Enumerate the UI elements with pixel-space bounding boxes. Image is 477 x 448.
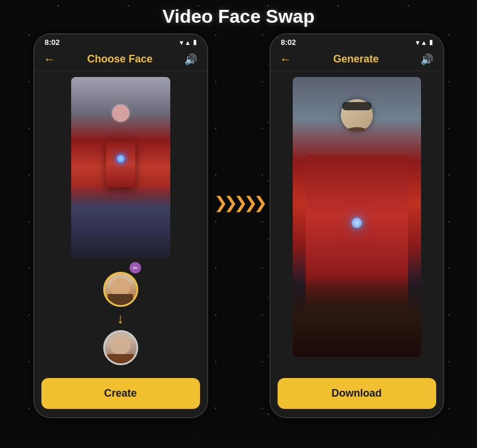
battery-icon: ▮ xyxy=(193,38,197,46)
edit-badge[interactable]: ✏ xyxy=(129,262,141,274)
right-battery-icon: ▮ xyxy=(429,38,433,46)
right-status-icons: ▼▲ ▮ xyxy=(415,38,433,46)
right-phone-bottom: Download xyxy=(271,372,443,417)
chevrons-right-icon: ❯❯❯❯❯ xyxy=(214,193,264,212)
download-button[interactable]: Download xyxy=(278,378,436,409)
down-arrow-icon: ↓ xyxy=(117,312,124,326)
left-phone-content: ✏ ↓ xyxy=(34,71,207,372)
messi-face xyxy=(105,274,136,305)
crowd-background xyxy=(293,273,421,357)
left-phone-bottom: Create xyxy=(34,372,207,417)
between-arrow: ❯❯❯❯❯ xyxy=(214,193,264,212)
edit-icon: ✏ xyxy=(133,265,138,271)
right-phone-content xyxy=(271,71,443,372)
right-header-title: Generate xyxy=(333,53,378,65)
right-back-button[interactable]: ← xyxy=(280,52,292,66)
beard xyxy=(348,127,366,132)
chest-glow-left xyxy=(117,155,125,163)
right-iron-man-image xyxy=(293,77,421,357)
left-header-title: Choose Face xyxy=(87,53,152,65)
right-phone: 8:02 ▼▲ ▮ ← Generate 🔊 xyxy=(269,33,444,418)
right-video-preview xyxy=(293,77,421,357)
create-button[interactable]: Create xyxy=(41,378,200,409)
right-header: ← Generate 🔊 xyxy=(271,49,443,71)
face-result xyxy=(103,330,138,365)
phones-container: 8:02 ▼▲ ▮ ← Choose Face 🔊 xyxy=(33,33,444,418)
left-video-preview xyxy=(71,77,170,258)
face-source[interactable] xyxy=(103,272,138,307)
left-header: ← Choose Face 🔊 xyxy=(34,49,207,71)
right-signal-icon: ▼▲ xyxy=(415,39,427,46)
face-source-wrapper: ✏ xyxy=(103,265,138,307)
left-iron-man-image xyxy=(71,77,170,258)
chest-glow-right xyxy=(352,218,362,228)
right-speaker-icon[interactable]: 🔊 xyxy=(420,53,433,66)
left-status-bar: 8:02 ▼▲ ▮ xyxy=(34,34,207,49)
left-phone: 8:02 ▼▲ ▮ ← Choose Face 🔊 xyxy=(33,33,208,418)
left-back-button[interactable]: ← xyxy=(44,52,55,66)
street-background xyxy=(71,186,170,258)
swapped-face xyxy=(105,332,136,363)
right-time: 8:02 xyxy=(281,38,296,47)
page-title: Video Face Swap xyxy=(163,6,315,27)
left-status-icons: ▼▲ ▮ xyxy=(178,38,197,46)
right-status-bar: 8:02 ▼▲ ▮ xyxy=(271,34,443,49)
signal-icon: ▼▲ xyxy=(178,39,191,46)
sunglasses xyxy=(342,102,371,110)
left-time: 8:02 xyxy=(45,38,60,47)
left-speaker-icon[interactable]: 🔊 xyxy=(184,53,197,66)
